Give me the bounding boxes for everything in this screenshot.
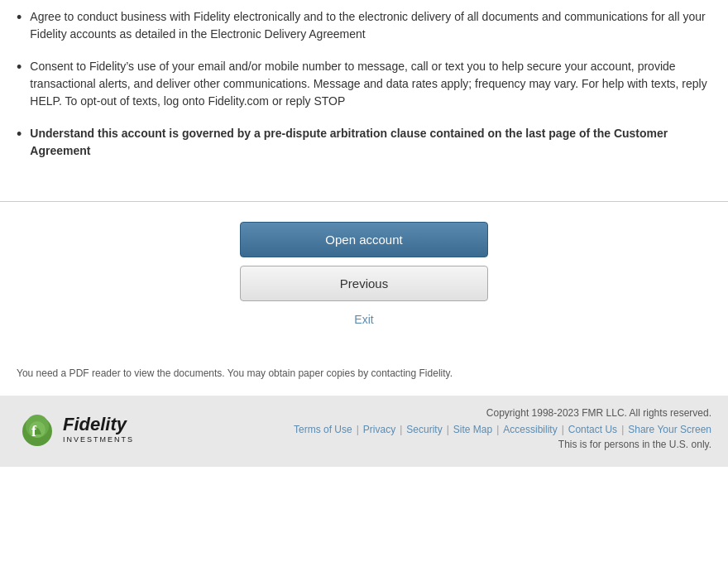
bullet-text-3: Understand this account is governed by a… [30, 125, 711, 160]
footer-sep-6: | [621, 424, 624, 435]
logo-fidelity-text: Fidelity [63, 414, 134, 435]
bullet-text-2: Consent to Fidelity’s use of your email … [30, 58, 711, 110]
footer-top: f Fidelity INVESTMENTS Copyright 1998-20… [17, 407, 711, 450]
bullet-dot: • [17, 7, 22, 29]
exit-link[interactable]: Exit [354, 313, 373, 326]
footer-sep-2: | [400, 424, 402, 435]
footer: f Fidelity INVESTMENTS Copyright 1998-20… [0, 396, 728, 467]
list-item: • Understand this account is governed by… [17, 125, 711, 160]
footer-sep-1: | [357, 424, 359, 435]
fidelity-logo-icon: f [17, 408, 58, 449]
main-content: • Agree to conduct business with Fidelit… [0, 0, 728, 193]
button-section: Open account Previous Exit [0, 222, 728, 326]
footer-link-privacy[interactable]: Privacy [363, 424, 395, 435]
footer-disclaimer: This is for persons in the U.S. only. [294, 439, 711, 450]
logo-text: Fidelity INVESTMENTS [63, 414, 134, 444]
footer-links: Terms of Use | Privacy | Security | Site… [294, 424, 711, 435]
bullet-text-1: Agree to conduct business with Fidelity … [30, 8, 711, 43]
footer-link-share-your-screen[interactable]: Share Your Screen [628, 424, 711, 435]
footer-right: Copyright 1998-2023 FMR LLC. All rights … [294, 407, 711, 450]
footer-link-site-map[interactable]: Site Map [453, 424, 492, 435]
pdf-notice: You need a PDF reader to view the docume… [0, 359, 728, 387]
footer-link-security[interactable]: Security [406, 424, 442, 435]
section-divider [0, 201, 728, 202]
copyright-text: Copyright 1998-2023 FMR LLC. All rights … [294, 407, 711, 419]
footer-link-contact-us[interactable]: Contact Us [568, 424, 617, 435]
footer-link-accessibility[interactable]: Accessibility [503, 424, 557, 435]
footer-sep-4: | [496, 424, 499, 435]
footer-sep-3: | [447, 424, 449, 435]
previous-button[interactable]: Previous [240, 266, 488, 301]
bullet-list: • Agree to conduct business with Fidelit… [17, 8, 711, 160]
footer-link-terms-of-use[interactable]: Terms of Use [294, 424, 352, 435]
bullet-dot: • [17, 123, 22, 146]
bullet-text-3-bold: Understand this account is governed by a… [30, 127, 668, 157]
fidelity-logo: f Fidelity INVESTMENTS [17, 408, 134, 449]
footer-sep-5: | [562, 424, 564, 435]
svg-text:f: f [31, 423, 37, 439]
bullet-dot: • [17, 56, 22, 79]
open-account-button[interactable]: Open account [240, 222, 488, 257]
list-item: • Agree to conduct business with Fidelit… [17, 8, 711, 43]
list-item: • Consent to Fidelity’s use of your emai… [17, 58, 711, 110]
logo-investments-text: INVESTMENTS [63, 435, 134, 444]
